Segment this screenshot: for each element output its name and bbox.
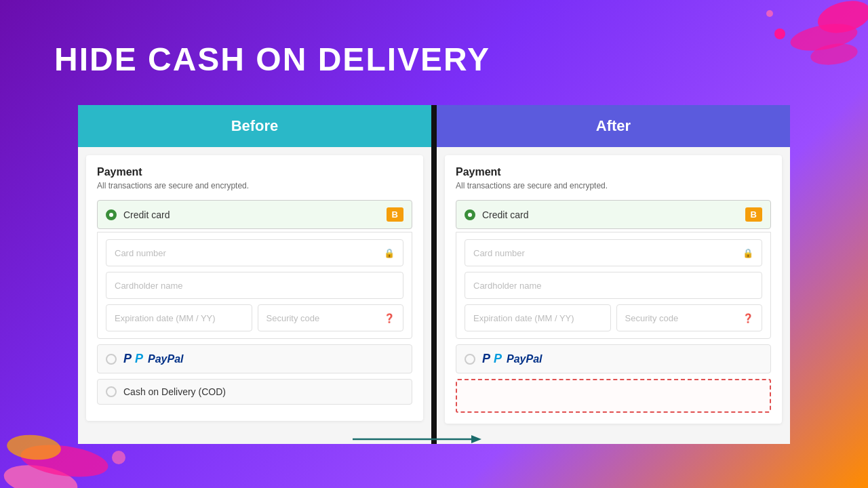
panel-divider (431, 105, 437, 444)
before-credit-card-label: Credit card (123, 209, 380, 220)
after-payment-title: Payment (456, 166, 771, 178)
page-title: HIDE CASH ON DELIVERY (54, 41, 490, 78)
before-payment-card: Payment All transactions are secure and … (86, 155, 423, 421)
before-paypal-text: PayPal (148, 353, 183, 365)
before-braintree-badge: B (387, 207, 403, 222)
svg-point-4 (766, 10, 773, 17)
after-panel-header: After (437, 105, 790, 147)
before-paypal-logo: P P PayPal (123, 352, 184, 366)
after-payment-subtitle: All transactions are secure and encrypte… (456, 181, 771, 190)
after-payment-card: Payment All transactions are secure and … (445, 155, 782, 424)
after-credit-card-radio[interactable] (465, 209, 475, 220)
svg-point-3 (774, 28, 785, 39)
after-hidden-cod-box (456, 379, 771, 413)
before-payment-title: Payment (97, 166, 412, 178)
after-expiry-security-row: Expiration date (MM / YY) Security code … (465, 304, 762, 331)
paypal-p2-icon: P (135, 352, 143, 366)
before-panel-body: Payment All transactions are secure and … (78, 147, 431, 444)
before-expiry-security-row: Expiration date (MM / YY) Security code … (106, 304, 403, 331)
before-panel: Before Payment All transactions are secu… (78, 105, 431, 444)
before-security-field[interactable]: Security code ❓ (258, 304, 404, 331)
before-panel-header: Before (78, 105, 431, 147)
after-card-form: Card number 🔒 Cardholder name Expiration… (456, 232, 771, 339)
panels-wrapper: Before Payment All transactions are secu… (78, 105, 790, 444)
after-cardholder-field[interactable]: Cardholder name (465, 272, 762, 299)
after-expiry-field[interactable]: Expiration date (MM / YY) (465, 304, 611, 331)
after-paypal-text: PayPal (507, 353, 542, 365)
after-paypal-p-icon: P (482, 352, 490, 366)
svg-marker-10 (471, 435, 481, 443)
before-lock-icon: 🔒 (384, 248, 395, 258)
after-security-field[interactable]: Security code ❓ (616, 304, 763, 331)
before-cardholder-field[interactable]: Cardholder name (106, 272, 403, 299)
after-card-number-field[interactable]: Card number 🔒 (465, 239, 762, 266)
before-payment-subtitle: All transactions are secure and encrypte… (97, 181, 412, 190)
before-paypal-radio[interactable] (106, 354, 117, 365)
before-paypal-option[interactable]: P P PayPal (97, 344, 412, 373)
after-credit-card-label: Credit card (482, 209, 738, 220)
before-cod-label: Cash on Delivery (COD) (123, 386, 403, 397)
before-card-number-field[interactable]: Card number 🔒 (106, 239, 403, 266)
before-cod-option[interactable]: Cash on Delivery (COD) (97, 379, 412, 405)
before-card-form: Card number 🔒 Cardholder name Expiration… (97, 232, 412, 339)
before-credit-card-radio[interactable] (106, 209, 117, 220)
after-paypal-logo: P P PayPal (482, 352, 542, 366)
before-after-arrow (353, 432, 488, 446)
after-security-help-icon: ❓ (743, 313, 753, 323)
paypal-p-icon: P (123, 352, 132, 366)
after-paypal-option[interactable]: P P PayPal (456, 344, 771, 373)
before-credit-card-option[interactable]: Credit card B (97, 200, 412, 229)
before-expiry-field[interactable]: Expiration date (MM / YY) (106, 304, 252, 331)
after-panel: After Payment All transactions are secur… (437, 105, 790, 444)
deco-top-right (719, 0, 868, 95)
after-credit-card-option[interactable]: Credit card B (456, 200, 771, 229)
after-braintree-badge: B (745, 207, 762, 222)
svg-point-8 (112, 451, 125, 464)
after-lock-icon: 🔒 (743, 248, 753, 258)
before-security-help-icon: ❓ (384, 313, 395, 323)
after-panel-body: Payment All transactions are secure and … (437, 147, 790, 444)
after-paypal-p2-icon: P (494, 352, 502, 366)
after-paypal-radio[interactable] (465, 354, 475, 365)
before-cod-radio[interactable] (106, 386, 117, 397)
